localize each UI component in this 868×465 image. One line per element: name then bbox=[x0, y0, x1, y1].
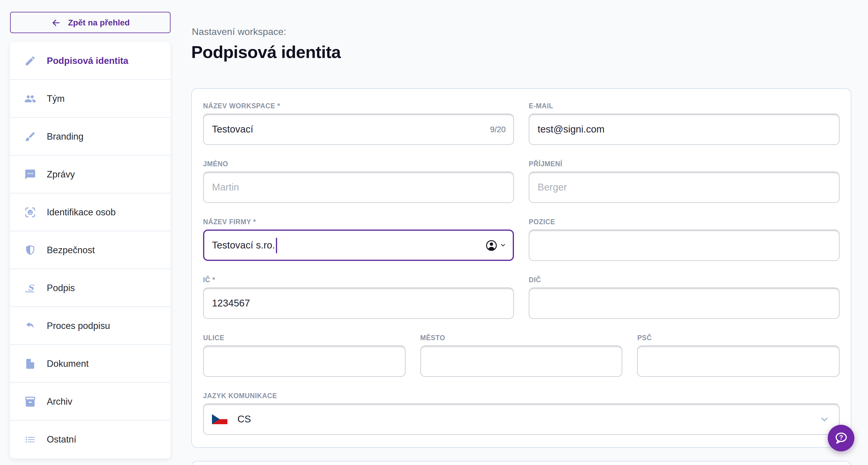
sidebar-item-ostatni[interactable]: Ostatní bbox=[10, 421, 170, 459]
archive-icon bbox=[24, 395, 37, 408]
sidebar-item-podpisova-identita[interactable]: Podpisová identita bbox=[10, 42, 170, 80]
vat-id-input[interactable] bbox=[529, 288, 840, 319]
svg-text:x: x bbox=[25, 289, 27, 293]
face-id-icon bbox=[24, 206, 37, 219]
zip-label: PSČ bbox=[638, 334, 840, 341]
field-position: POZICE bbox=[529, 218, 840, 261]
czech-flag-icon bbox=[212, 414, 227, 424]
field-company-name: NÁZEV FIRMY * Testovací s.ro. bbox=[203, 218, 514, 261]
help-chat-fab[interactable]: ? bbox=[828, 425, 855, 452]
svg-text:?: ? bbox=[839, 434, 843, 441]
brush-icon bbox=[24, 130, 37, 143]
sidebar-item-label: Podpisová identita bbox=[47, 55, 128, 66]
language-value: CS bbox=[238, 413, 251, 425]
company-name-value: Testovací s.ro. bbox=[212, 240, 275, 251]
position-input[interactable] bbox=[529, 230, 840, 261]
sidebar-item-archiv[interactable]: Archiv bbox=[10, 383, 170, 421]
first-name-input[interactable] bbox=[203, 172, 514, 203]
sidebar-item-label: Ostatní bbox=[47, 434, 76, 445]
svg-text:S: S bbox=[28, 283, 34, 292]
sidebar-item-dokument[interactable]: Dokument bbox=[10, 345, 170, 383]
zip-input[interactable] bbox=[638, 345, 840, 377]
sidebar-item-proces-podpisu[interactable]: Proces podpisu bbox=[10, 307, 170, 345]
sidebar-item-label: Tým bbox=[47, 93, 65, 104]
pen-icon bbox=[24, 54, 37, 67]
company-name-input[interactable]: Testovací s.ro. bbox=[203, 230, 514, 261]
chevron-down-icon bbox=[819, 414, 830, 424]
email-label: E-MAIL bbox=[529, 102, 840, 109]
workspace-settings-page: Zpět na přehled Podpisová identita Tým B… bbox=[0, 0, 868, 465]
sidebar-item-identifikace-osob[interactable]: Identifikace osob bbox=[10, 194, 170, 231]
field-street: ULICE bbox=[203, 334, 405, 377]
workspace-name-input[interactable] bbox=[203, 113, 514, 145]
field-zip: PSČ bbox=[638, 334, 840, 377]
sidebar-item-zpravy[interactable]: Zprávy bbox=[10, 156, 170, 194]
field-last-name: PŘÍJMENÍ bbox=[529, 160, 840, 203]
shield-icon bbox=[24, 243, 37, 257]
workspace-name-label: NÁZEV WORKSPACE * bbox=[203, 102, 514, 109]
email-input[interactable] bbox=[529, 113, 840, 145]
document-icon bbox=[24, 357, 37, 370]
city-label: MĚSTO bbox=[420, 334, 622, 341]
sidebar-item-podpis[interactable]: Sx Podpis bbox=[10, 269, 170, 307]
street-input[interactable] bbox=[203, 345, 405, 377]
next-section-card bbox=[191, 461, 851, 465]
company-name-label: NÁZEV FIRMY * bbox=[203, 218, 514, 225]
back-button-label: Zpět na přehled bbox=[68, 18, 130, 27]
settings-sidebar: Podpisová identita Tým Branding Zprávy I bbox=[10, 42, 170, 459]
position-label: POZICE bbox=[529, 218, 840, 225]
field-vat-id: DIČ bbox=[529, 276, 840, 319]
sidebar-item-label: Branding bbox=[47, 131, 84, 142]
sidebar-item-bezpecnost[interactable]: Bezpečnost bbox=[10, 231, 170, 269]
back-to-overview-button[interactable]: Zpět na přehled bbox=[10, 12, 170, 33]
sidebar-item-label: Dokument bbox=[47, 358, 89, 369]
field-workspace-name: NÁZEV WORKSPACE * 9/20 bbox=[203, 102, 514, 145]
sidebar-item-branding[interactable]: Branding bbox=[10, 118, 170, 156]
sidebar-item-label: Archiv bbox=[47, 396, 72, 407]
text-cursor bbox=[276, 237, 277, 253]
vat-id-label: DIČ bbox=[529, 276, 840, 284]
language-select[interactable]: CS bbox=[203, 403, 840, 435]
sidebar-item-tym[interactable]: Tým bbox=[10, 80, 170, 118]
field-email: E-MAIL bbox=[529, 102, 840, 145]
messages-icon bbox=[24, 168, 37, 181]
page-title: Podpisová identita bbox=[191, 43, 341, 62]
signature-icon: Sx bbox=[24, 281, 37, 294]
sidebar-item-label: Identifikace osob bbox=[47, 207, 116, 218]
field-city: MĚSTO bbox=[420, 334, 622, 377]
page-subtitle: Nastavení workspace: bbox=[192, 27, 286, 37]
street-label: ULICE bbox=[203, 334, 405, 341]
sidebar-item-label: Proces podpisu bbox=[47, 320, 110, 331]
city-input[interactable] bbox=[420, 345, 622, 377]
company-id-input[interactable] bbox=[203, 288, 514, 319]
sidebar-item-label: Podpis bbox=[47, 283, 75, 293]
last-name-label: PŘÍJMENÍ bbox=[529, 160, 840, 167]
field-company-id: IČ * bbox=[203, 276, 514, 319]
signing-identity-form-card: NÁZEV WORKSPACE * 9/20 E-MAIL JMÉNO bbox=[191, 88, 851, 448]
company-id-label: IČ * bbox=[203, 276, 514, 284]
help-bubble-icon: ? bbox=[833, 430, 849, 446]
account-circle-icon bbox=[485, 239, 498, 252]
sidebar-item-label: Bezpečnost bbox=[47, 245, 95, 255]
field-first-name: JMÉNO bbox=[203, 160, 514, 203]
chevron-down-icon bbox=[500, 242, 506, 248]
company-picker[interactable] bbox=[485, 239, 506, 252]
process-icon bbox=[24, 319, 37, 332]
list-icon bbox=[24, 433, 37, 446]
sidebar-item-label: Zprávy bbox=[47, 169, 75, 179]
first-name-label: JMÉNO bbox=[203, 160, 514, 167]
language-label: JAZYK KOMUNIKACE bbox=[203, 392, 840, 399]
last-name-input[interactable] bbox=[529, 172, 840, 203]
field-language: JAZYK KOMUNIKACE CS bbox=[203, 392, 840, 435]
team-icon bbox=[24, 92, 37, 105]
arrow-left-icon bbox=[51, 18, 61, 28]
